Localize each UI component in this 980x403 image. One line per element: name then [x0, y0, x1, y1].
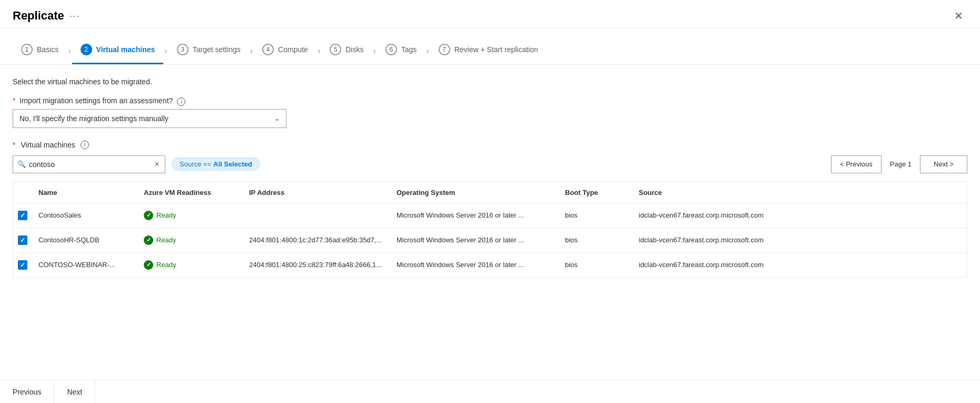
step-3-label: Target settings: [193, 45, 241, 54]
step-virtual-machines[interactable]: 2 Virtual machines: [72, 37, 164, 64]
row-3-os: Microsoft Windows Server 2016 or later .…: [390, 259, 559, 271]
step-4-label: Compute: [278, 45, 308, 54]
step-7-label: Review + Start replication: [454, 45, 538, 54]
page-subtitle: Select the virtual machines to be migrat…: [13, 77, 967, 86]
import-section: * Import migration settings from an asse…: [13, 96, 967, 128]
step-1-circle: 1: [21, 44, 33, 55]
step-7-circle: 7: [439, 44, 450, 55]
import-required-star: *: [13, 96, 15, 105]
main-content: Select the virtual machines to be migrat…: [0, 65, 980, 278]
pagination-row: < Previous Page 1 Next >: [831, 155, 967, 173]
row-2-source: idclab-vcen67.fareast.corp.microsoft.com: [632, 234, 967, 246]
search-clear-icon[interactable]: ✕: [153, 160, 161, 169]
title-left: Replicate ···: [13, 9, 81, 23]
step-2-label: Virtual machines: [96, 45, 155, 54]
row-2-ip: 2404:f801:4800:1c:2d77:36ad:e95b:35d7,..…: [243, 234, 390, 246]
row-1-checkbox[interactable]: [18, 211, 27, 220]
import-info-icon[interactable]: i: [177, 97, 185, 106]
row-1-name: ContosoSales: [32, 209, 137, 221]
step-disks[interactable]: 5 Disks: [321, 37, 372, 64]
ready-icon: ✓: [144, 260, 153, 270]
import-label-row: * Import migration settings from an asse…: [13, 96, 967, 106]
row-1-boot: bios: [559, 209, 632, 221]
row-2-readiness-badge: ✓ Ready: [144, 235, 236, 245]
row-1-checkbox-cell[interactable]: [13, 209, 32, 222]
table-header: Name Azure VM Readiness IP Address Opera…: [13, 182, 967, 203]
table-row: CONTOSO-WEBINAR-... ✓ Ready 2404:f801:48…: [13, 253, 967, 277]
close-button[interactable]: ✕: [950, 8, 967, 23]
vm-info-icon[interactable]: i: [81, 141, 89, 149]
row-3-checkbox[interactable]: [18, 260, 27, 270]
step-compute[interactable]: 4 Compute: [254, 37, 316, 64]
row-2-checkbox-cell[interactable]: [13, 233, 32, 247]
row-2-boot: bios: [559, 234, 632, 246]
row-2-name: ContosoHR-SQLDB: [32, 234, 137, 246]
step-sep-6: ›: [426, 46, 429, 56]
step-sep-1: ›: [68, 46, 71, 56]
page-number: Page 1: [886, 160, 916, 168]
col-header-ip[interactable]: IP Address: [243, 186, 390, 199]
row-3-boot: bios: [559, 259, 632, 271]
step-review[interactable]: 7 Review + Start replication: [430, 37, 547, 64]
import-dropdown[interactable]: No, I'll specify the migration settings …: [13, 109, 286, 128]
wizard-steps: 1 Basics › 2 Virtual machines › 3 Target…: [0, 28, 980, 65]
col-header-os[interactable]: Operating System: [390, 186, 559, 199]
import-field-label: Import migration settings from an assess…: [19, 96, 173, 105]
row-3-name: CONTOSO-WEBINAR-...: [32, 259, 137, 271]
step-sep-4: ›: [318, 46, 320, 56]
col-header-name[interactable]: Name: [32, 186, 137, 199]
step-4-circle: 4: [262, 44, 274, 55]
step-tags[interactable]: 6 Tags: [377, 37, 425, 64]
vm-section-label: Virtual machines: [21, 141, 75, 149]
step-5-label: Disks: [345, 45, 363, 54]
table-row: ContosoSales ✓ Ready Microsoft Windows S…: [13, 203, 967, 228]
chevron-down-icon: ⌄: [274, 115, 280, 122]
step-basics[interactable]: 1 Basics: [13, 37, 67, 64]
col-header-source[interactable]: Source: [632, 186, 967, 199]
footer-next-button[interactable]: Next: [54, 380, 95, 404]
row-2-ready-text: Ready: [156, 236, 176, 244]
step-sep-2: ›: [164, 46, 167, 56]
ready-icon: ✓: [144, 211, 153, 220]
step-6-circle: 6: [385, 44, 397, 55]
step-3-circle: 3: [177, 44, 189, 55]
search-icon: 🔍: [17, 160, 26, 168]
col-header-readiness[interactable]: Azure VM Readiness: [137, 186, 243, 199]
row-1-ip: [243, 213, 390, 218]
next-page-button[interactable]: Next >: [920, 155, 967, 173]
filter-label: Source ==: [180, 160, 211, 168]
footer-previous-button[interactable]: Previous: [0, 380, 54, 404]
prev-page-button[interactable]: < Previous: [831, 155, 882, 173]
step-2-circle: 2: [81, 44, 92, 55]
more-options-icon[interactable]: ···: [70, 11, 81, 22]
vm-required-star: *: [13, 141, 15, 149]
footer: Previous Next: [0, 380, 980, 403]
step-sep-3: ›: [250, 46, 253, 56]
row-2-os: Microsoft Windows Server 2016 or later .…: [390, 234, 559, 246]
table-row: ContosoHR-SQLDB ✓ Ready 2404:f801:4800:1…: [13, 228, 967, 253]
title-bar: Replicate ··· ✕: [0, 0, 980, 28]
search-box[interactable]: 🔍 ✕: [13, 155, 165, 173]
col-header-boot[interactable]: Boot Type: [559, 186, 632, 199]
filter-badge[interactable]: Source == All Selected: [172, 158, 260, 171]
page-title: Replicate: [13, 9, 64, 23]
import-dropdown-value: No, I'll specify the migration settings …: [19, 114, 169, 123]
row-3-ip: 2404:f801:4800:25:c823:79ff:6a48:2666,1.…: [243, 259, 390, 271]
search-input[interactable]: [29, 160, 153, 169]
vm-section: * Virtual machines i 🔍 ✕ Source == All S…: [13, 141, 967, 278]
step-target-settings[interactable]: 3 Target settings: [169, 37, 249, 64]
row-1-readiness-badge: ✓ Ready: [144, 211, 236, 220]
vm-table: Name Azure VM Readiness IP Address Opera…: [13, 182, 967, 278]
row-2-readiness: ✓ Ready: [137, 233, 243, 247]
row-3-ready-text: Ready: [156, 261, 176, 269]
row-1-os: Microsoft Windows Server 2016 or later .…: [390, 209, 559, 221]
filter-value: All Selected: [213, 160, 252, 168]
row-3-readiness-badge: ✓ Ready: [144, 260, 236, 270]
row-3-checkbox-cell[interactable]: [13, 258, 32, 272]
row-2-checkbox[interactable]: [18, 235, 27, 245]
col-header-checkbox: [13, 186, 32, 199]
search-filter-row: 🔍 ✕ Source == All Selected < Previous Pa…: [13, 155, 967, 173]
step-sep-5: ›: [373, 46, 375, 56]
row-3-source: idclab-vcen67.fareast.corp.microsoft.com: [632, 259, 967, 271]
ready-icon: ✓: [144, 235, 153, 245]
